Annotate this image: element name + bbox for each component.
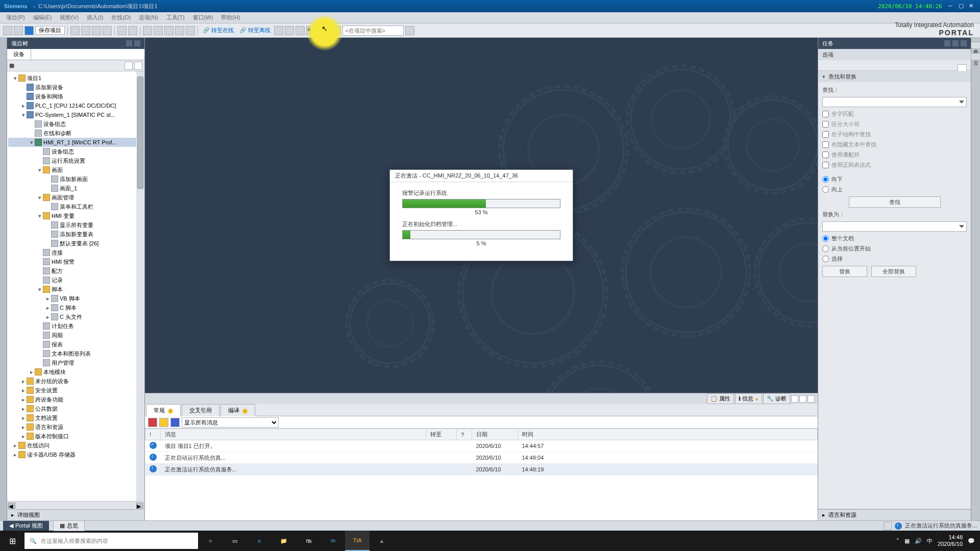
rp-pin-icon[interactable]: [944, 40, 950, 46]
menu-online[interactable]: 在线(O): [108, 13, 134, 22]
sim-icon[interactable]: [175, 26, 184, 35]
save-project-button[interactable]: 保存项目: [35, 26, 65, 35]
tree-node[interactable]: 用户管理: [8, 358, 143, 367]
replace-all-button[interactable]: 全部替换: [871, 266, 916, 277]
expand-icon[interactable]: ▸: [20, 378, 27, 385]
tree-node[interactable]: ▾脚本: [8, 285, 143, 294]
save-icon[interactable]: [24, 26, 34, 35]
expand-icon[interactable]: ▸: [20, 396, 27, 403]
expand-icon[interactable]: ▸: [20, 424, 27, 431]
upload-icon[interactable]: [164, 26, 174, 35]
redo-icon[interactable]: [128, 26, 137, 35]
filter-warn-icon[interactable]: [159, 418, 168, 427]
chk-substruct[interactable]: [822, 131, 829, 138]
overview-tab[interactable]: ▦ 总览: [53, 520, 85, 531]
expand-icon[interactable]: ▸: [20, 433, 27, 440]
cortana-icon[interactable]: ○: [198, 531, 223, 551]
menu-project[interactable]: 项目(P): [3, 13, 28, 22]
chk-wildcard[interactable]: [822, 152, 829, 158]
tree-node[interactable]: ▸版本控制接口: [8, 432, 143, 441]
tree-node[interactable]: ▸PLC_1 [CPU 1214C DC/DC/DC]: [8, 101, 143, 110]
filter-info-icon[interactable]: [170, 418, 180, 427]
tree-node[interactable]: ▸文档设置: [8, 413, 143, 422]
detail-view-header[interactable]: ▸ 详细视图: [7, 509, 144, 520]
download-icon[interactable]: [154, 26, 163, 35]
store-icon[interactable]: 🛍: [296, 531, 321, 551]
tree-node[interactable]: 运行系统设置: [8, 156, 143, 165]
tree-node[interactable]: 文本和图形列表: [8, 349, 143, 358]
expand-icon[interactable]: ▸: [45, 314, 51, 320]
notifications-icon[interactable]: 💬: [968, 538, 975, 544]
tree-node[interactable]: 默认变量表 [26]: [8, 239, 143, 248]
tree-node[interactable]: ▸C 脚本: [8, 303, 143, 312]
ptree-collapse-icon[interactable]: [134, 40, 140, 46]
tree-node[interactable]: 连接: [8, 248, 143, 257]
expand-icon[interactable]: ▾: [37, 213, 43, 219]
info-max-icon[interactable]: [799, 395, 806, 403]
expand-icon[interactable]: ▸: [45, 305, 51, 311]
expand-icon[interactable]: ▸: [20, 415, 27, 421]
tree-node[interactable]: ▸读卡器/USB 存储器: [8, 450, 143, 459]
chk-regex[interactable]: [822, 162, 829, 168]
tree-node[interactable]: ▸跨设备功能: [8, 395, 143, 404]
find-button[interactable]: 查找: [849, 196, 941, 208]
radio-up[interactable]: [822, 186, 829, 193]
menu-help[interactable]: 帮助(H): [218, 13, 243, 22]
tree-node[interactable]: 设备和网络: [8, 92, 143, 101]
left-rail[interactable]: [0, 38, 7, 520]
maximize-icon[interactable]: ▢: [959, 3, 966, 10]
tree-node[interactable]: ▸C 头文件: [8, 312, 143, 321]
tree-node[interactable]: 显示所有变量: [8, 220, 143, 230]
message-row[interactable]: 项目 项目1 已打开。2020/6/1014:44:57: [145, 440, 818, 452]
ptree-pin-icon[interactable]: [126, 40, 132, 46]
compile-icon[interactable]: [143, 26, 152, 35]
find-replace-header[interactable]: ▾查找和替换: [818, 71, 971, 82]
windows-search[interactable]: 🔍 在这里输入你要搜索的内容: [24, 533, 198, 549]
menu-view[interactable]: 视图(V): [57, 13, 82, 22]
tab-xref[interactable]: 交叉引用: [182, 404, 219, 416]
message-filter-select[interactable]: 显示所有消息: [182, 417, 279, 428]
lang-res-header[interactable]: ▸语言和资源: [818, 509, 971, 520]
cut-icon[interactable]: [70, 26, 80, 35]
tree-node[interactable]: 菜单和工具栏: [8, 202, 143, 211]
tree-node[interactable]: 配方: [8, 266, 143, 276]
radio-selection[interactable]: [822, 256, 829, 262]
project-search-input[interactable]: [342, 26, 404, 36]
expand-icon[interactable]: ▾: [37, 194, 43, 201]
explorer-icon[interactable]: 📁: [272, 531, 296, 551]
edge-icon[interactable]: e: [247, 531, 272, 551]
tb-icon-1[interactable]: [274, 26, 283, 35]
expand-icon[interactable]: ▾: [20, 112, 27, 118]
tia-portal-icon[interactable]: TIA: [345, 531, 370, 551]
tab-general[interactable]: 常规 !: [146, 404, 181, 416]
tb-x-icon[interactable]: ✕: [306, 26, 315, 35]
tree-node[interactable]: ▾画面: [8, 165, 143, 174]
tree-node[interactable]: 报表: [8, 340, 143, 349]
diagnostics-button[interactable]: 🔧 诊断: [763, 393, 790, 404]
tree-node[interactable]: ▾画面管理: [8, 193, 143, 202]
tray-volume-icon[interactable]: 🔊: [915, 538, 922, 544]
tree-node[interactable]: 在线和诊断: [8, 129, 143, 138]
tree-node[interactable]: 计划任务: [8, 321, 143, 331]
info-min-icon[interactable]: [791, 395, 798, 403]
expand-icon[interactable]: ▾: [12, 75, 18, 82]
chk-case[interactable]: [822, 121, 829, 128]
tree-node[interactable]: HMI 报警: [8, 257, 143, 266]
minimize-icon[interactable]: ─: [948, 3, 955, 10]
expand-icon[interactable]: ▸: [12, 442, 18, 449]
expand-icon[interactable]: ▸: [29, 369, 35, 375]
rail-libs[interactable]: 库: [971, 53, 981, 60]
tray-ime-icon[interactable]: 中: [927, 537, 933, 545]
tree-node[interactable]: 设备组态: [8, 119, 143, 129]
hscroll-left-icon[interactable]: ◀: [8, 503, 15, 509]
split-v-icon[interactable]: [332, 26, 341, 35]
paste-icon[interactable]: [92, 26, 101, 35]
open-icon[interactable]: [14, 26, 23, 35]
expand-icon[interactable]: ▾: [29, 139, 35, 146]
menu-tools[interactable]: 工具(T): [163, 13, 188, 22]
chk-whole-word[interactable]: [822, 111, 829, 117]
tree-node[interactable]: ▾项目1: [8, 73, 143, 83]
filter-error-icon[interactable]: [148, 418, 157, 427]
app-icon[interactable]: ▲: [370, 531, 394, 551]
ptree-view1-icon[interactable]: [125, 62, 133, 70]
